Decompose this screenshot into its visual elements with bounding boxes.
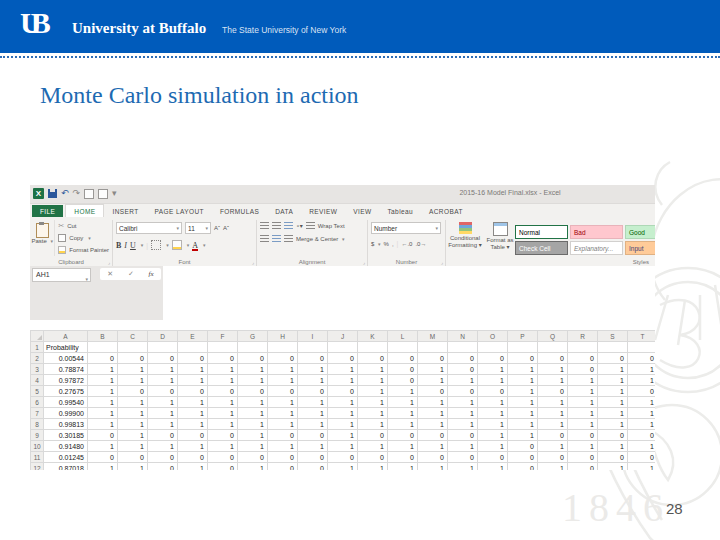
cell[interactable]: 0 (448, 386, 478, 397)
cell[interactable]: 0 (478, 386, 508, 397)
cell[interactable]: 1 (118, 408, 148, 419)
cell[interactable]: 1 (538, 441, 568, 452)
cell[interactable]: 0 (508, 441, 538, 452)
cell[interactable]: 1 (328, 430, 358, 441)
save-icon[interactable] (48, 189, 57, 198)
grow-font-icon[interactable]: Aˆ (214, 225, 220, 231)
cell[interactable]: 1 (178, 408, 208, 419)
cell[interactable]: 1 (568, 441, 598, 452)
row-header-7[interactable]: 7 (31, 408, 44, 419)
cell[interactable]: 1 (298, 441, 328, 452)
tab-formulas[interactable]: FORMULAS (212, 205, 267, 217)
number-format-select[interactable]: Number▾ (371, 222, 441, 234)
cell[interactable]: 0 (268, 463, 298, 471)
orientation-icon[interactable]: ∘▾ (296, 222, 303, 229)
cell[interactable]: 0 (448, 452, 478, 463)
cancel-icon[interactable]: ✕ (107, 270, 113, 278)
cell[interactable]: 1 (628, 408, 656, 419)
cell[interactable]: 0 (238, 452, 268, 463)
align-right-icon[interactable] (284, 235, 293, 242)
cell[interactable] (538, 342, 568, 353)
clipboard-dialog-launcher[interactable]: ⌟ (108, 259, 110, 265)
cell[interactable]: 1 (238, 419, 268, 430)
cell[interactable]: 0 (178, 386, 208, 397)
cell[interactable] (238, 342, 268, 353)
cell[interactable] (268, 342, 298, 353)
comma-style-button[interactable]: , (392, 241, 394, 247)
cell[interactable]: 0 (478, 353, 508, 364)
cell[interactable]: 0 (448, 430, 478, 441)
cell[interactable]: 1 (508, 386, 538, 397)
cell[interactable]: 0 (388, 353, 418, 364)
cell[interactable]: 1 (328, 375, 358, 386)
cell[interactable]: 0 (388, 430, 418, 441)
align-top-icon[interactable] (260, 222, 269, 229)
cell-style-bad[interactable]: Bad (570, 225, 623, 239)
cell[interactable]: 1 (148, 441, 178, 452)
cell[interactable]: 1 (598, 419, 628, 430)
cell[interactable]: 1 (328, 419, 358, 430)
cell[interactable]: 0 (298, 430, 328, 441)
cell[interactable]: 0 (568, 463, 598, 471)
row-header-4[interactable]: 4 (31, 375, 44, 386)
cell[interactable]: 0 (628, 353, 656, 364)
cell[interactable]: 1 (388, 441, 418, 452)
align-bottom-icon[interactable] (284, 222, 293, 229)
cell[interactable]: 0 (418, 353, 448, 364)
cell[interactable]: 1 (238, 397, 268, 408)
cell[interactable]: 1 (598, 397, 628, 408)
row-header-6[interactable]: 6 (31, 397, 44, 408)
cell[interactable]: 0 (298, 452, 328, 463)
cell[interactable]: 1 (118, 441, 148, 452)
cell[interactable]: 1 (478, 419, 508, 430)
align-left-icon[interactable] (260, 235, 269, 242)
cell[interactable]: 1 (238, 408, 268, 419)
cell[interactable] (598, 342, 628, 353)
cell-a4[interactable]: 0.97872 (44, 375, 88, 386)
new-sheet-icon[interactable] (84, 189, 94, 199)
cell[interactable]: 1 (358, 364, 388, 375)
customize-qat-dropdown-icon[interactable]: ▾ (112, 189, 117, 198)
cell[interactable] (448, 342, 478, 353)
cell[interactable]: 1 (388, 397, 418, 408)
cell[interactable]: 0 (118, 386, 148, 397)
cell[interactable]: 1 (358, 463, 388, 471)
cell-a7[interactable]: 0.99900 (44, 408, 88, 419)
cell[interactable]: 0 (508, 463, 538, 471)
cell[interactable]: 1 (598, 441, 628, 452)
cell[interactable]: 1 (538, 397, 568, 408)
cell-a5[interactable]: 0.27675 (44, 386, 88, 397)
cell[interactable]: 0 (148, 430, 178, 441)
cell[interactable]: 0 (238, 386, 268, 397)
cell[interactable]: 1 (628, 375, 656, 386)
copy-button[interactable]: Copy▾ (55, 232, 112, 244)
cell[interactable]: 1 (388, 419, 418, 430)
font-size-select[interactable]: 11▾ (185, 222, 211, 234)
cell[interactable]: 1 (478, 364, 508, 375)
cell[interactable]: 1 (568, 419, 598, 430)
bold-button[interactable]: B (116, 241, 121, 250)
cell[interactable]: 1 (88, 419, 118, 430)
cell[interactable]: 1 (628, 364, 656, 375)
cell[interactable]: 1 (538, 419, 568, 430)
cell[interactable]: 0 (568, 353, 598, 364)
cell[interactable]: 1 (448, 375, 478, 386)
cell[interactable]: 1 (88, 408, 118, 419)
cell[interactable]: 0 (118, 353, 148, 364)
cell-a9[interactable]: 0.30185 (44, 430, 88, 441)
cell[interactable]: 0 (118, 452, 148, 463)
cell[interactable]: 0 (358, 452, 388, 463)
cell[interactable]: 0 (478, 452, 508, 463)
cell[interactable]: 1 (568, 397, 598, 408)
cell[interactable]: 0 (628, 386, 656, 397)
cell[interactable]: 1 (508, 375, 538, 386)
cell[interactable]: 1 (118, 463, 148, 471)
cell[interactable]: 0 (508, 452, 538, 463)
cell[interactable] (88, 342, 118, 353)
cell[interactable]: 1 (328, 397, 358, 408)
undo-icon[interactable]: ↶ (61, 189, 69, 198)
row-header-8[interactable]: 8 (31, 419, 44, 430)
cell[interactable] (178, 342, 208, 353)
cell[interactable]: 0 (358, 353, 388, 364)
paste-button[interactable]: Paste ▾ (30, 220, 55, 256)
